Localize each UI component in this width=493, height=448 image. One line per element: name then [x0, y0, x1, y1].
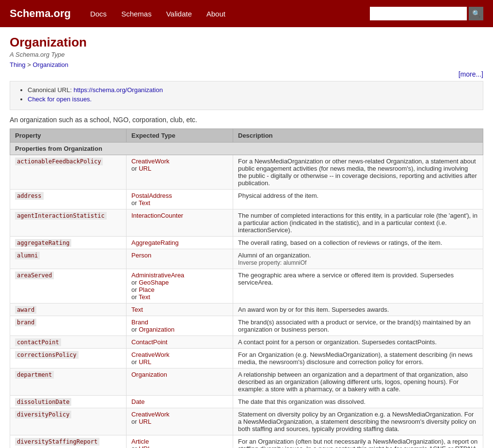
type-cell: Text [127, 304, 233, 316]
inverse-property: Inverse property: alumniOf [238, 259, 306, 266]
property-link[interactable]: diversityPolicy [15, 411, 71, 418]
property-cell: correctionsPolicy [10, 349, 127, 368]
type-link[interactable]: Article [131, 438, 149, 445]
nav-docs[interactable]: Docs [90, 10, 107, 18]
section-header-row: Properties from Organization [10, 143, 483, 155]
type-cell: InteractionCounter [127, 209, 233, 237]
property-link[interactable]: alumni [15, 252, 40, 259]
property-cell: alumni [10, 249, 127, 269]
type-link[interactable]: URL [139, 445, 151, 448]
property-link[interactable]: address [15, 192, 44, 200]
desc-text: A contact point for a person or organiza… [238, 338, 437, 346]
page-title: Organization [10, 35, 483, 50]
property-link[interactable]: award [15, 306, 36, 314]
type-link[interactable]: URL [139, 418, 151, 425]
property-cell: department [10, 368, 127, 396]
property-link[interactable]: brand [15, 319, 36, 326]
type-separator: or [131, 293, 139, 301]
description-cell: A contact point for a person or organiza… [233, 336, 483, 349]
info-open-issues: Check for open issues. [28, 96, 475, 103]
desc-text: For an Organization (often but not neces… [238, 438, 477, 448]
table-row: diversityStaffingReportArticle or URLFor… [10, 435, 483, 448]
type-cell: CreativeWork or URL [127, 155, 233, 190]
type-link[interactable]: CreativeWork [131, 351, 170, 358]
table-row: contactPointContactPointA contact point … [10, 336, 483, 349]
type-link[interactable]: Text [131, 306, 143, 313]
type-link[interactable]: Place [139, 286, 155, 293]
type-cell: AdministrativeArea or GeoShape or Place … [127, 269, 233, 304]
property-cell: diversityPolicy [10, 408, 127, 435]
type-separator: or [131, 286, 139, 293]
info-canonical: Canonical URL: https://schema.org/Organi… [28, 86, 475, 94]
property-cell: diversityStaffingReport [10, 435, 127, 448]
type-cell: Article or URL [127, 435, 233, 448]
table-row: departmentOrganizationA relationship bet… [10, 368, 483, 396]
property-link[interactable]: contactPoint [15, 338, 61, 346]
property-link[interactable]: dissolutionDate [15, 398, 71, 406]
search-input[interactable] [370, 7, 467, 20]
type-link[interactable]: Text [139, 199, 150, 207]
type-link[interactable]: URL [139, 165, 151, 172]
type-cell: Brand or Organization [127, 316, 233, 336]
site-header: Schema.org Docs Schemas Validate About 🔍 [0, 0, 493, 27]
type-link[interactable]: InteractionCounter [131, 212, 183, 219]
property-link[interactable]: areaServed [15, 272, 54, 279]
property-link[interactable]: aggregateRating [15, 239, 71, 247]
type-link[interactable]: Organization [131, 371, 167, 378]
breadcrumb: Thing > Organization [10, 61, 483, 68]
breadcrumb-organization[interactable]: Organization [32, 61, 68, 68]
site-logo[interactable]: Schema.org [10, 7, 71, 20]
description-cell: For an Organization (often but not neces… [233, 435, 483, 448]
property-cell: dissolutionDate [10, 396, 127, 408]
property-link[interactable]: department [15, 371, 54, 379]
type-link[interactable]: Person [131, 252, 151, 259]
type-link[interactable]: Brand [131, 319, 148, 326]
type-link[interactable]: PostalAddress [131, 192, 172, 199]
type-link[interactable]: GeoShape [139, 279, 169, 286]
property-link[interactable]: agentInteractionStatistic [15, 212, 107, 220]
breadcrumb-separator: > [27, 61, 32, 68]
type-link[interactable]: Text [139, 293, 150, 301]
type-link[interactable]: ContactPoint [131, 338, 167, 346]
search-button[interactable]: 🔍 [469, 7, 483, 20]
table-row: areaServedAdministrativeArea or GeoShape… [10, 269, 483, 304]
main-content: Organization A Schema.org Type Thing > O… [0, 27, 493, 448]
info-box: Canonical URL: https://schema.org/Organi… [10, 81, 483, 110]
col-header-type: Expected Type [127, 129, 233, 143]
description-cell: Statement on diversity policy by an Orga… [233, 408, 483, 435]
desc-text: An award won by or for this item. Supers… [238, 306, 389, 313]
type-link[interactable]: URL [139, 358, 151, 366]
description-cell: Alumni of an organization.Inverse proper… [233, 249, 483, 269]
property-link[interactable]: diversityStaffingReport [15, 438, 99, 446]
table-row: awardTextAn award won by or for this ite… [10, 304, 483, 316]
canonical-url-link[interactable]: https://schema.org/Organization [74, 86, 163, 94]
nav-validate[interactable]: Validate [166, 10, 192, 18]
desc-text: Physical address of the item. [238, 192, 318, 199]
type-link[interactable]: Date [131, 398, 144, 405]
open-issues-link[interactable]: Check for open issues. [28, 96, 92, 103]
type-link[interactable]: CreativeWork [131, 411, 170, 418]
more-link[interactable]: [more...] [459, 70, 483, 78]
type-link[interactable]: AdministrativeArea [131, 272, 184, 279]
breadcrumb-thing[interactable]: Thing [10, 61, 26, 68]
desc-text: A relationship between an organization a… [238, 371, 468, 393]
col-header-property: Property [10, 129, 127, 143]
description-cell: Physical address of the item. [233, 190, 483, 209]
property-cell: actionableFeedbackPolicy [10, 155, 127, 190]
property-link[interactable]: actionableFeedbackPolicy [15, 158, 103, 165]
type-link[interactable]: Organization [139, 326, 175, 333]
type-link[interactable]: AggregateRating [131, 239, 179, 246]
description-cell: The date that this organization was diss… [233, 396, 483, 408]
nav-schemas[interactable]: Schemas [121, 10, 152, 18]
nav-about[interactable]: About [207, 10, 225, 18]
search-bar: 🔍 [370, 7, 483, 20]
desc-text: For a NewsMediaOrganization or other new… [238, 158, 477, 187]
type-separator: or [131, 326, 139, 333]
properties-table: Property Expected Type Description Prope… [10, 128, 483, 448]
type-separator: or [131, 165, 139, 172]
col-header-description: Description [233, 129, 483, 143]
property-link[interactable]: correctionsPolicy [15, 351, 79, 359]
more-link-container: [more...] [10, 70, 483, 78]
type-link[interactable]: CreativeWork [131, 158, 170, 165]
type-cell: CreativeWork or URL [127, 408, 233, 435]
